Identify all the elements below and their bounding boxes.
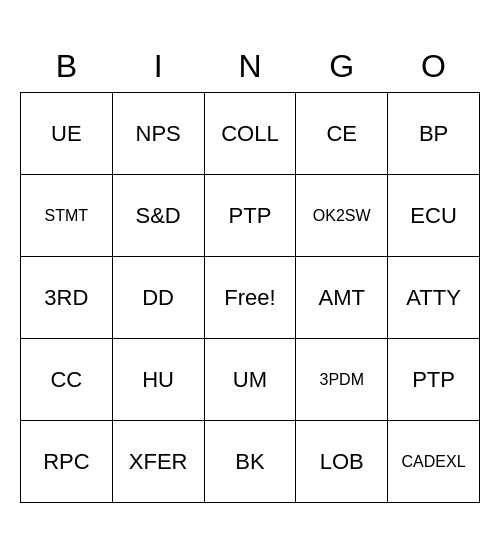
bingo-cell-2-4: ATTY xyxy=(388,257,480,339)
header-col-n: N xyxy=(204,41,296,93)
bingo-cell-3-2: UM xyxy=(204,339,296,421)
bingo-cell-0-0: UE xyxy=(21,93,113,175)
bingo-cell-0-3: CE xyxy=(296,93,388,175)
bingo-card: BINGO UENPSCOLLCEBPSTMTS&DPTPOK2SWECU3RD… xyxy=(20,41,480,504)
bingo-cell-1-3: OK2SW xyxy=(296,175,388,257)
bingo-cell-3-0: CC xyxy=(21,339,113,421)
bingo-cell-2-0: 3RD xyxy=(21,257,113,339)
bingo-cell-2-1: DD xyxy=(112,257,204,339)
bingo-cell-4-3: LOB xyxy=(296,421,388,503)
header-col-i: I xyxy=(112,41,204,93)
header-col-o: O xyxy=(388,41,480,93)
bingo-cell-2-2: Free! xyxy=(204,257,296,339)
bingo-row-1: STMTS&DPTPOK2SWECU xyxy=(21,175,480,257)
bingo-cell-0-4: BP xyxy=(388,93,480,175)
bingo-row-4: RPCXFERBKLOBCADEXL xyxy=(21,421,480,503)
bingo-cell-1-0: STMT xyxy=(21,175,113,257)
bingo-cell-3-4: PTP xyxy=(388,339,480,421)
header-col-b: B xyxy=(21,41,113,93)
header-col-g: G xyxy=(296,41,388,93)
bingo-cell-0-2: COLL xyxy=(204,93,296,175)
bingo-cell-1-1: S&D xyxy=(112,175,204,257)
bingo-cell-4-4: CADEXL xyxy=(388,421,480,503)
bingo-cell-3-1: HU xyxy=(112,339,204,421)
bingo-cell-3-3: 3PDM xyxy=(296,339,388,421)
bingo-body: UENPSCOLLCEBPSTMTS&DPTPOK2SWECU3RDDDFree… xyxy=(21,93,480,503)
bingo-cell-1-4: ECU xyxy=(388,175,480,257)
bingo-cell-2-3: AMT xyxy=(296,257,388,339)
bingo-cell-4-0: RPC xyxy=(21,421,113,503)
bingo-cell-4-2: BK xyxy=(204,421,296,503)
bingo-row-2: 3RDDDFree!AMTATTY xyxy=(21,257,480,339)
bingo-cell-1-2: PTP xyxy=(204,175,296,257)
bingo-row-3: CCHUUM3PDMPTP xyxy=(21,339,480,421)
bingo-header-row: BINGO xyxy=(21,41,480,93)
bingo-cell-4-1: XFER xyxy=(112,421,204,503)
bingo-cell-0-1: NPS xyxy=(112,93,204,175)
bingo-row-0: UENPSCOLLCEBP xyxy=(21,93,480,175)
